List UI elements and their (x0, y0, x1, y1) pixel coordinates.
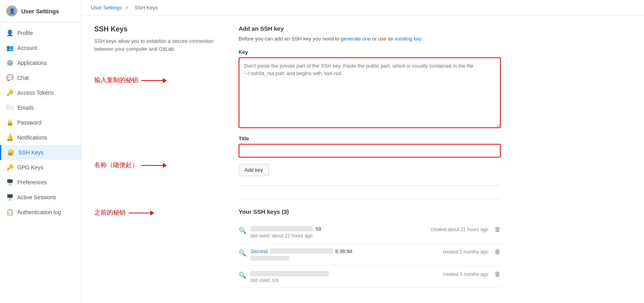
account-icon: 👥 (6, 44, 13, 51)
gpg-keys-icon: 🔑 (6, 164, 13, 171)
sidebar-item-label-preferences: Preferences (17, 179, 47, 185)
sidebar-item-active-sessions[interactable]: 🖥️Active Sessions (0, 190, 81, 205)
your-ssh-keys-title: Your SSH keys (3) (239, 208, 501, 215)
key-form-group: Key (239, 49, 501, 129)
ssh-key-delete-2[interactable]: 🗑 (494, 248, 501, 255)
annotation-input-key-text: 输入复制的秘钥 (94, 76, 138, 84)
ssh-key-search-icon-3: 🔍 (239, 272, 246, 279)
ssh-key-created-2: created 3 months ago (443, 249, 488, 255)
sidebar-item-label-access-tokens: Access Tokens (17, 90, 54, 96)
sidebar-item-authentication-log[interactable]: 📋Authentication log (0, 205, 81, 220)
sidebar-item-profile[interactable]: 👤Profile (0, 26, 81, 40)
ssh-key-meta-1: last used: about 21 hours ago (250, 233, 431, 239)
breadcrumb-separator: > (126, 5, 130, 11)
title-form-group: Title (239, 136, 501, 158)
preferences-icon: 🖥️ (6, 179, 13, 186)
ssh-key-name-text-2: Second (250, 248, 268, 254)
sidebar-item-ssh-keys[interactable]: 🔐SSH Keys (0, 145, 81, 160)
ssh-key-name-blurred-2 (270, 248, 333, 254)
sidebar-item-label-applications: Applications (17, 60, 47, 66)
sidebar-item-access-tokens[interactable]: 🔑Access Tokens (0, 85, 81, 100)
annotation-input-key: 输入复制的秘钥 (94, 76, 220, 84)
add-key-desc-prefix: Before you can add an SSH key you need t… (239, 36, 341, 42)
sidebar-item-label-chat: Chat (17, 75, 29, 81)
annotation-name-text: 名称（随便起） (94, 161, 138, 169)
breadcrumb-parent-link[interactable]: User Settings (91, 5, 122, 11)
sidebar-item-label-emails: Emails (17, 105, 34, 111)
authentication-log-icon: 📋 (6, 209, 13, 216)
profile-icon: 👤 (6, 29, 13, 37)
sidebar-item-notifications[interactable]: 🔔Notifications (0, 130, 81, 145)
sidebar-item-label-account: Account (17, 45, 37, 51)
left-description: SSH Keys SSH keys allow you to establish… (94, 25, 220, 217)
breadcrumb-current: SSH Keys (135, 5, 158, 11)
emails-icon: ✉️ (6, 104, 13, 111)
sidebar-item-label-ssh-keys: SSH Keys (18, 149, 44, 156)
add-key-title: Add an SSH key (239, 25, 501, 32)
title-input[interactable] (239, 144, 501, 158)
ssh-key-name-suffix-2: 8:38:9d (335, 248, 352, 254)
breadcrumb: User Settings > SSH Keys (82, 0, 644, 16)
annotation-name: 名称（随便起） (94, 161, 220, 169)
page-title: SSH Keys (94, 25, 220, 33)
key-label: Key (239, 49, 501, 55)
add-key-description: Before you can add an SSH key you need t… (239, 35, 501, 43)
sidebar: 👤 User Settings 👤Profile👥Account⚙️Applic… (0, 0, 82, 303)
sidebar-item-gpg-keys[interactable]: 🔑GPG Keys (0, 160, 81, 175)
sidebar-item-password[interactable]: 🔒Password (0, 115, 81, 130)
ssh-key-name-blurred-3 (250, 271, 329, 276)
sidebar-item-label-authentication-log: Authentication log (17, 209, 61, 215)
sidebar-item-label-profile: Profile (17, 30, 33, 36)
applications-icon: ⚙️ (6, 59, 13, 66)
ssh-key-name-blurred-1 (250, 226, 313, 231)
ssh-keys-icon: 🔐 (7, 149, 15, 156)
ssh-key-name-1: 59 (250, 226, 431, 232)
ssh-key-left-1: 🔍 59 last used: about 21 hours ago (239, 226, 431, 239)
ssh-key-right-2: created 3 months ago 🗑 (443, 248, 501, 255)
ssh-key-created-3: created 3 months ago (443, 272, 488, 277)
ssh-key-meta-3: last used: n/a (250, 277, 443, 283)
ssh-key-delete-3[interactable]: 🗑 (494, 271, 501, 278)
sidebar-item-account[interactable]: 👥Account (0, 40, 81, 55)
sidebar-item-label-active-sessions: Active Sessions (17, 194, 56, 200)
ssh-key-name-2: Second 8:38:9d (250, 248, 443, 254)
password-icon: 🔒 (6, 119, 13, 126)
ssh-key-info-3: last used: n/a (250, 271, 443, 283)
content-area: SSH Keys SSH keys allow you to establish… (82, 16, 513, 297)
key-textarea[interactable] (239, 57, 501, 128)
ssh-key-left-3: 🔍 last used: n/a (239, 271, 443, 283)
sidebar-title: User Settings (21, 8, 59, 15)
ssh-key-delete-1[interactable]: 🗑 (494, 226, 501, 233)
ssh-key-right-3: created 3 months ago 🗑 (443, 271, 501, 278)
access-tokens-icon: 🔑 (6, 89, 13, 96)
sidebar-item-label-password: Password (17, 119, 41, 126)
title-label: Title (239, 136, 501, 141)
sidebar-header: 👤 User Settings (0, 0, 81, 22)
ssh-key-info-1: 59 last used: about 21 hours ago (250, 226, 431, 239)
ssh-key-meta-2 (250, 255, 443, 261)
user-avatar-icon: 👤 (6, 6, 17, 17)
sidebar-item-label-gpg-keys: GPG Keys (17, 164, 43, 171)
active-sessions-icon: 🖥️ (6, 194, 13, 201)
generate-key-link[interactable]: generate one (341, 36, 371, 42)
main-content: User Settings > SSH Keys SSH Keys SSH ke… (82, 0, 644, 303)
notifications-icon: 🔔 (6, 134, 13, 141)
ssh-keys-list-section: Your SSH keys (3) 🔍 59 last used: about … (239, 198, 501, 288)
ssh-key-search-icon-1: 🔍 (239, 227, 246, 234)
ssh-key-left-2: 🔍 Second 8:38:9d (239, 248, 443, 261)
existing-key-link[interactable]: existing key (395, 36, 421, 42)
add-key-desc-suffix: . (423, 36, 425, 42)
chat-icon: 💬 (6, 74, 13, 81)
sidebar-nav: 👤Profile👥Account⚙️Applications💬Chat🔑Acce… (0, 22, 81, 223)
sidebar-item-chat[interactable]: 💬Chat (0, 70, 81, 85)
sidebar-item-applications[interactable]: ⚙️Applications (0, 55, 81, 70)
section-divider (239, 185, 501, 186)
ssh-key-meta-blurred-2 (250, 256, 290, 261)
ssh-key-created-1: created about 21 hours ago (431, 227, 488, 232)
ssh-key-item-1: 🔍 59 last used: about 21 hours ago creat… (239, 221, 501, 244)
sidebar-item-label-notifications: Notifications (17, 134, 47, 141)
sidebar-item-preferences[interactable]: 🖥️Preferences (0, 175, 81, 190)
add-key-button[interactable]: Add key (239, 164, 269, 176)
ssh-key-info-2: Second 8:38:9d (250, 248, 443, 261)
sidebar-item-emails[interactable]: ✉️Emails (0, 100, 81, 115)
